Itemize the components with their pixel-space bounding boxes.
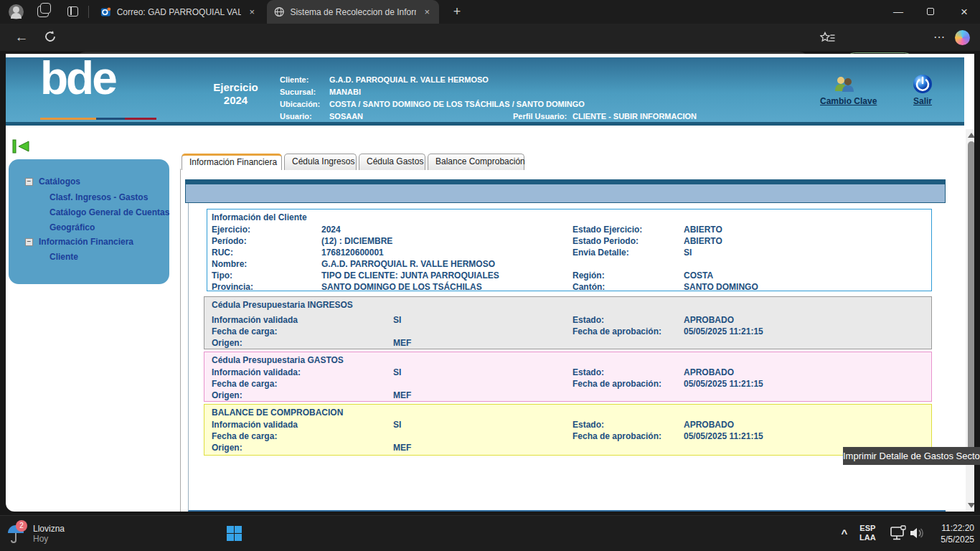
browser-toolbar: ← https://consulta.bde.fin.ec/WebSim/Log… xyxy=(0,24,980,51)
field-label: Estado: xyxy=(573,419,684,430)
branch-label: Sucursal: xyxy=(280,88,316,96)
ingresos-box: Cédula Presupuestaria INGRESOS Informaci… xyxy=(204,296,932,349)
scroll-up-icon[interactable] xyxy=(968,133,974,138)
sidebar-item-catalogos[interactable]: Catálogos xyxy=(39,176,80,187)
location-value: COSTA / SANTO DOMINGO DE LOS TSÁCHILAS /… xyxy=(329,100,585,108)
field-label: Estado: xyxy=(573,367,684,378)
network-icon[interactable] xyxy=(890,525,907,544)
field-value: MEF xyxy=(393,442,573,453)
field-label: Fecha de carga: xyxy=(212,326,393,337)
field-value: SI xyxy=(393,367,573,378)
field-label xyxy=(573,258,684,270)
collapse-node-icon[interactable]: − xyxy=(25,178,33,186)
window-restore-button[interactable] xyxy=(915,0,948,24)
power-icon xyxy=(912,73,933,95)
refresh-button[interactable] xyxy=(43,29,57,47)
avatar-head xyxy=(13,6,19,13)
windows-start-button[interactable] xyxy=(227,526,242,541)
tray-time: 11:22:20 xyxy=(924,522,974,534)
collapse-menu-icon[interactable] xyxy=(11,138,30,154)
browser-tab-sistema[interactable]: Sistema de Recoleccion de Inform × xyxy=(267,0,439,24)
avatar-body xyxy=(11,13,22,19)
field-value: APROBADO xyxy=(684,419,734,430)
language-indicator[interactable]: ESP LAA xyxy=(859,524,876,542)
tab-close-icon[interactable]: × xyxy=(422,6,432,17)
field-label: Información validada: xyxy=(212,367,393,378)
field-value: ABIERTO xyxy=(684,235,722,247)
back-button[interactable]: ← xyxy=(11,26,32,49)
balance-box: BALANCE DE COMPROBACION Información vali… xyxy=(204,404,932,456)
sidebar-item-cliente[interactable]: Cliente xyxy=(50,252,78,262)
scrollbar-thumb[interactable] xyxy=(968,141,974,462)
field-label: Origen: xyxy=(212,337,393,349)
tray-chevron-icon[interactable]: ^ xyxy=(834,523,854,543)
browser-tab-correo[interactable]: Correo: GAD PARROQUIAL VALLE × xyxy=(93,0,264,24)
change-password-link[interactable]: Cambio Clave xyxy=(820,96,877,106)
favorites-icon[interactable] xyxy=(820,32,836,47)
logout-link[interactable]: Salir xyxy=(913,96,932,106)
users-icon xyxy=(832,75,857,93)
tab-informacion-financiera[interactable]: Información Financiera xyxy=(182,154,282,170)
logo-bar-red xyxy=(125,118,156,120)
workspaces-icon[interactable] xyxy=(37,6,49,17)
toolbar-strip xyxy=(185,179,946,203)
sidebar-item-informacion-financiera[interactable]: Información Financiera xyxy=(39,237,133,247)
client-value: G.A.D. PARROQUIAL R. VALLE HERMOSO xyxy=(329,75,489,84)
collapse-node-icon[interactable]: − xyxy=(25,238,33,246)
gastos-box: Cédula Presupuestaria GASTOS Información… xyxy=(204,352,932,402)
field-value xyxy=(393,378,573,390)
globe-icon xyxy=(274,6,284,17)
window-close-button[interactable]: × xyxy=(948,0,980,24)
vertical-tabs-icon[interactable] xyxy=(67,6,78,17)
logo-bar-navy xyxy=(96,118,125,120)
bde-header: bde Ejercicio 2024 Cliente: G.A.D. PARRO… xyxy=(6,57,964,122)
balance-title: BALANCE DE COMPROBACION xyxy=(212,407,931,419)
new-tab-button[interactable]: + xyxy=(446,0,468,24)
tab-cedula-ingresos[interactable]: Cédula Ingresos xyxy=(284,154,357,170)
tab-balance-comprobacion[interactable]: Balance Comprobación xyxy=(428,154,524,170)
user-label: Usuario: xyxy=(280,112,312,121)
outlook-icon xyxy=(100,6,111,18)
clock-widget[interactable]: 11:22:20 5/5/2025 xyxy=(924,522,974,545)
copilot-icon[interactable] xyxy=(955,30,970,45)
sidebar-item-clasf-ingresos-gastos[interactable]: Clasf. Ingresos - Gastos xyxy=(50,192,148,202)
logo-bar-orange xyxy=(40,118,96,120)
tab-close-icon[interactable]: × xyxy=(247,6,257,17)
profile-avatar[interactable] xyxy=(9,4,24,19)
field-value: APROBADO xyxy=(684,314,734,326)
tray-date: 5/5/2025 xyxy=(924,534,974,545)
user-value: SOSAAN xyxy=(329,112,363,121)
field-value: APROBADO xyxy=(684,367,734,378)
client-info-box: Información del Cliente Ejercicio:2024Es… xyxy=(207,209,932,291)
scroll-down-icon[interactable] xyxy=(968,503,974,508)
field-label: Fecha de carga: xyxy=(212,430,393,442)
field-value: SI xyxy=(684,247,692,258)
field-label: Nombre: xyxy=(212,258,321,270)
field-label: Fecha de carga: xyxy=(212,378,393,390)
field-label: Estado Ejercicio: xyxy=(573,224,684,235)
field-label: Estado Periodo: xyxy=(573,235,684,247)
browser-menu-icon[interactable]: ⋯ xyxy=(929,26,949,49)
field-value: 05/05/2025 11:21:15 xyxy=(684,430,763,442)
browser-titlebar: Correo: GAD PARROQUIAL VALLE × Sistema d… xyxy=(0,0,980,24)
weather-widget[interactable]: 2 Llovizna Hoy xyxy=(6,519,121,549)
exercise-label: Ejercicio xyxy=(198,81,273,93)
field-value: SI xyxy=(393,314,573,326)
bde-logo: bde xyxy=(40,54,116,105)
tab-cedula-gastos[interactable]: Cédula Gastos xyxy=(359,154,425,170)
weather-alert-badge: 2 xyxy=(16,520,27,532)
field-label: Estado: xyxy=(573,314,684,326)
field-value: (12) : DICIEMBRE xyxy=(321,235,573,247)
field-value: ABIERTO xyxy=(684,224,722,235)
volume-icon[interactable] xyxy=(908,526,925,543)
field-value: 2024 xyxy=(321,224,573,235)
field-label: Fecha de aprobación: xyxy=(573,378,684,390)
profile-value: CLIENTE - SUBIR INFORMACION xyxy=(573,112,697,121)
field-value: G.A.D. PARROQUIAL R. VALLE HERMOSO xyxy=(321,258,573,270)
sidebar-item-geografico[interactable]: Geográfico xyxy=(50,222,95,232)
field-label: Fecha de aprobación: xyxy=(573,326,684,337)
content-divider xyxy=(180,169,181,512)
window-minimize-button[interactable]: — xyxy=(882,0,915,24)
field-value xyxy=(393,430,573,442)
sidebar-item-catalogo-general-cuentas[interactable]: Catálogo General de Cuentas xyxy=(50,207,169,217)
